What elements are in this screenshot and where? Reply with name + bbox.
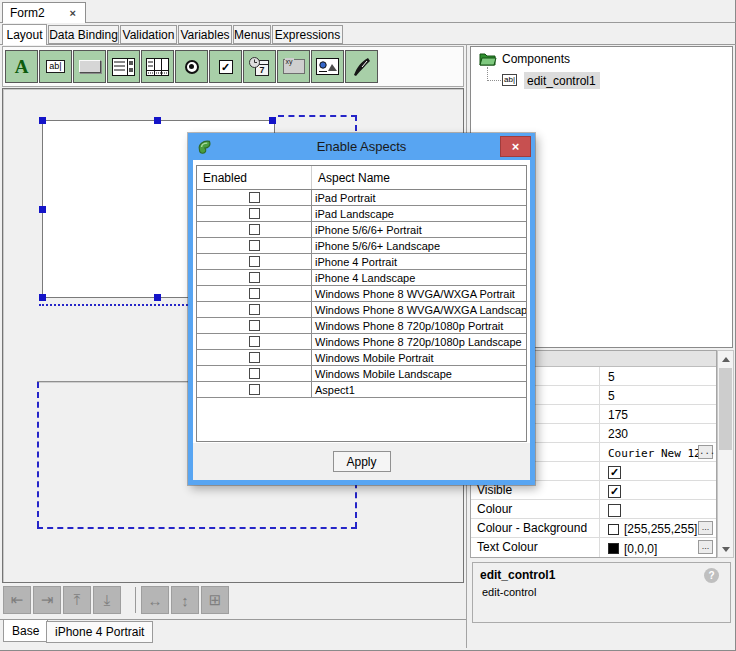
selection-handle-bottom-left[interactable]	[39, 294, 46, 301]
button-tool-button[interactable]	[73, 50, 106, 83]
tab-layout[interactable]: Layout	[2, 24, 47, 45]
aspect-row-wp8-wvga-landscape: Windows Phone 8 WVGA/WXGA Landscape	[197, 302, 526, 318]
aspect-checkbox[interactable]	[249, 368, 260, 379]
app-window: Form2 × Layout Data Binding Validation V…	[0, 0, 736, 651]
aspect-checkbox[interactable]	[249, 320, 260, 331]
same-height-icon: ↕	[181, 592, 189, 609]
panel-tool-icon: xy	[283, 59, 305, 74]
tree-item-edit-control1[interactable]: edit_control1	[527, 74, 596, 88]
background-colour-swatch[interactable]	[608, 524, 619, 535]
enabled-column-header: Enabled	[197, 166, 312, 189]
selection-handle-top-left[interactable]	[39, 117, 46, 124]
tab-variables[interactable]: Variables	[178, 25, 232, 44]
scroll-up-button[interactable]	[718, 351, 733, 367]
tab-expressions[interactable]: Expressions	[272, 25, 343, 44]
aspect-outline-top	[278, 115, 357, 117]
ellipsis-button[interactable]: ...	[698, 445, 713, 459]
doc-tab-form2[interactable]: Form2 ×	[2, 2, 86, 23]
pen-tool-button[interactable]	[345, 50, 378, 83]
help-icon[interactable]: ?	[704, 568, 719, 583]
listbox-tool-button[interactable]	[107, 50, 140, 83]
property-value[interactable]: 5	[600, 367, 716, 385]
aspect-checkbox[interactable]	[249, 224, 260, 235]
image-tool-button[interactable]	[311, 50, 344, 83]
aspect-checkbox[interactable]	[249, 272, 260, 283]
edit-tool-button[interactable]: ab|	[39, 50, 72, 83]
label-tool-button[interactable]: A	[5, 50, 38, 83]
property-value[interactable]: 5	[600, 386, 716, 404]
radio-tool-button[interactable]	[175, 50, 208, 83]
grid-tool-icon	[146, 58, 169, 76]
radio-tool-icon	[185, 60, 199, 74]
align-left-button[interactable]: ⇤	[3, 586, 31, 614]
property-value[interactable]: 175	[600, 405, 716, 423]
align-bottom-button[interactable]: ⤓	[93, 586, 121, 614]
tab-data-binding[interactable]: Data Binding	[48, 25, 119, 44]
aspect-checkbox[interactable]	[249, 288, 260, 299]
same-width-button[interactable]: ↔	[141, 586, 169, 614]
property-row-text-colour[interactable]: Text Colour [0,0,0]...	[471, 538, 716, 557]
close-tab-icon[interactable]: ×	[68, 7, 78, 19]
aspect-checkbox[interactable]	[249, 192, 260, 203]
components-root-label[interactable]: Components	[502, 52, 570, 66]
aspect-row-iphone4-landscape: iPhone 4 Landscape	[197, 270, 526, 286]
dialog-footer: Apply	[193, 443, 530, 480]
aspect-row-winmobile-portrait: Windows Mobile Portrait	[197, 350, 526, 366]
apply-button[interactable]: Apply	[333, 451, 391, 472]
tab-validation[interactable]: Validation	[120, 25, 177, 44]
property-value[interactable]: 230	[600, 424, 716, 442]
text-colour-swatch[interactable]	[608, 543, 619, 554]
aspect-checkbox[interactable]	[249, 336, 260, 347]
checkbox-tool-icon: ✓	[219, 60, 233, 74]
align-right-button[interactable]: ⇥	[33, 586, 61, 614]
same-height-button[interactable]: ↕	[171, 586, 199, 614]
aspect-name-column-header: Aspect Name	[312, 171, 526, 185]
property-checkbox[interactable]: ✓	[608, 466, 621, 479]
tab-base[interactable]: Base	[3, 620, 48, 642]
selection-handle-bottom-mid[interactable]	[154, 294, 161, 301]
panel-tool-button[interactable]: xy	[277, 50, 310, 83]
align-top-button[interactable]: ⤒	[63, 586, 91, 614]
scroll-down-button[interactable]	[718, 541, 733, 557]
aspect-row-iphone566-landscape: iPhone 5/6/6+ Landscape	[197, 238, 526, 254]
dialog-close-button[interactable]: ×	[500, 136, 531, 157]
aspect-checkbox[interactable]	[249, 304, 260, 315]
grid-tool-button[interactable]	[141, 50, 174, 83]
scrollbar-thumb[interactable]	[719, 368, 732, 450]
selection-handle-mid-left[interactable]	[39, 206, 46, 213]
dialog-body: Enabled Aspect Name iPad Portrait iPad L…	[193, 160, 530, 480]
property-row-colour[interactable]: Colour	[471, 500, 716, 519]
aspect-row-ipad-landscape: iPad Landscape	[197, 206, 526, 222]
aspect-checkbox[interactable]	[249, 352, 260, 363]
aspect-checkbox[interactable]	[249, 384, 260, 395]
datetime-tool-button[interactable]: 7	[243, 50, 276, 83]
image-tool-icon	[316, 58, 339, 75]
control-toolbar: A ab| ✓ 7 xy	[2, 46, 464, 87]
property-grid-scrollbar[interactable]	[717, 350, 734, 558]
tab-menus[interactable]: Menus	[233, 25, 271, 44]
label-tool-icon: A	[15, 57, 29, 76]
selected-control-name: edit_control1	[480, 568, 555, 582]
colour-checkbox[interactable]	[608, 504, 621, 517]
selection-handle-top-right[interactable]	[269, 117, 276, 124]
toolbar-separator	[135, 587, 136, 613]
same-width-icon: ↔	[148, 592, 163, 609]
ellipsis-button[interactable]: ...	[698, 540, 713, 554]
same-size-button[interactable]: ⊞	[201, 586, 229, 614]
aspect-checkbox[interactable]	[249, 208, 260, 219]
tab-iphone4-portrait[interactable]: iPhone 4 Portrait	[46, 621, 153, 643]
aspects-table: Enabled Aspect Name iPad Portrait iPad L…	[196, 165, 527, 442]
visible-checkbox[interactable]: ✓	[608, 485, 621, 498]
aspect-checkbox[interactable]	[249, 240, 260, 251]
font-value[interactable]: Courier New 12...	[600, 443, 716, 461]
checkbox-tool-button[interactable]: ✓	[209, 50, 242, 83]
aspect-row-iphone566-portrait: iPhone 5/6/6+ Portrait	[197, 222, 526, 238]
ellipsis-button[interactable]: ...	[698, 521, 713, 535]
selection-handle-top-mid[interactable]	[154, 117, 161, 124]
property-row-colour-background[interactable]: Colour - Background [255,255,255]...	[471, 519, 716, 538]
dialog-titlebar[interactable]: Enable Aspects ×	[188, 133, 535, 160]
aspect-checkbox[interactable]	[249, 256, 260, 267]
align-right-icon: ⇥	[41, 591, 54, 609]
folder-icon	[479, 52, 497, 66]
tree-line	[487, 80, 501, 81]
